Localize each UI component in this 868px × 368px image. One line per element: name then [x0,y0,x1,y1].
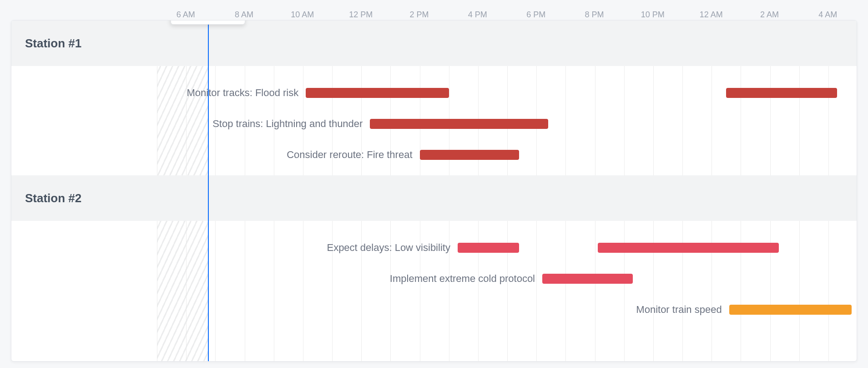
task-label: Expect delays: Low visibility [327,242,457,254]
task-bar[interactable] [726,88,837,98]
axis-tick: 2 AM [760,10,779,20]
task-label: Stop trains: Lightning and thunder [212,118,370,130]
section-title: Station #2 [25,191,81,205]
timeline-panel: Station #1Monitor tracks: Flood riskStop… [11,20,857,362]
axis-tick: 12 AM [700,10,723,20]
task-row: Implement extreme cold protocol [11,263,857,294]
task-row: Monitor train speed [11,294,857,325]
section-header-station-1: Station #1 [11,20,857,66]
task-bar[interactable] [458,243,519,253]
task-row: Expect delays: Low visibility [11,232,857,263]
task-label: Consider reroute: Fire threat [287,149,419,161]
axis-tick: 6 AM [177,10,195,20]
time-axis: 6 AM8 AM10 AM12 PM2 PM4 PM6 PM8 PM10 PM1… [11,0,857,20]
task-row: Monitor tracks: Flood risk [11,77,857,108]
gantt-chart: Station #1Monitor tracks: Flood riskStop… [11,20,857,361]
task-bar[interactable] [542,274,633,284]
task-bar[interactable] [306,88,449,98]
section-title: Station #1 [25,36,81,51]
task-bar[interactable] [420,150,519,160]
axis-tick: 8 PM [585,10,604,20]
task-row: Consider reroute: Fire threat [11,139,857,170]
task-label: Implement extreme cold protocol [390,273,542,285]
task-bar[interactable] [598,243,779,253]
axis-tick: 10 PM [641,10,665,20]
axis-tick: 8 AM [235,10,253,20]
task-bar[interactable] [729,305,852,315]
task-label: Monitor tracks: Flood risk [187,87,306,99]
axis-tick: 10 AM [291,10,314,20]
now-line [208,20,209,361]
axis-tick: 6 PM [526,10,545,20]
task-bar[interactable] [370,119,548,129]
axis-tick: 12 PM [349,10,373,20]
now-badge: Now · 6:45 AM [171,20,245,25]
axis-tick: 4 AM [818,10,837,20]
task-label: Monitor train speed [636,304,729,316]
axis-tick: 2 PM [409,10,429,20]
axis-tick: 4 PM [468,10,487,20]
task-row: Stop trains: Lightning and thunder [11,108,857,139]
section-header-station-2: Station #2 [11,175,857,221]
